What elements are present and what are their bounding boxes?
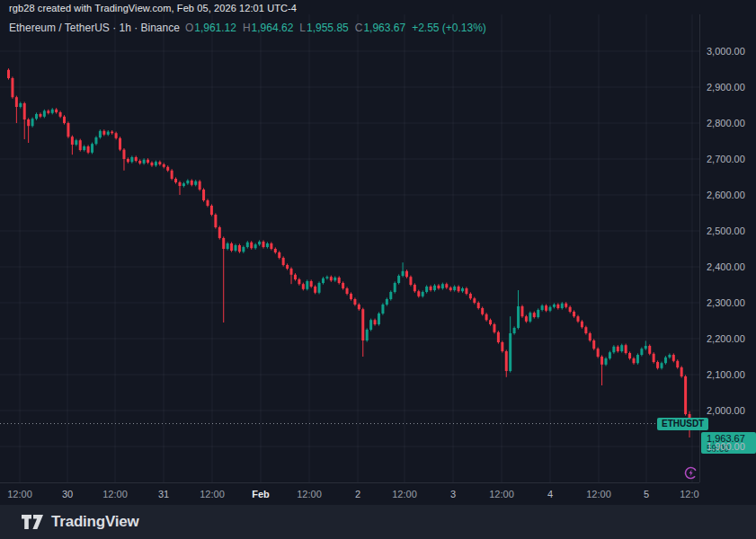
low-value: 1,955.85 <box>307 22 349 34</box>
price-tick: 2,700.00 <box>707 154 745 164</box>
price-tick: 2,100.00 <box>707 369 745 380</box>
time-tick: 12:00 <box>489 489 514 499</box>
time-tick: Feb <box>252 489 270 499</box>
candlestick-chart[interactable] <box>0 0 756 539</box>
price-tick: 2,400.00 <box>707 261 745 272</box>
time-tick: 12:00 <box>200 489 225 499</box>
price-line-symbol-badge: ETHUSDT <box>657 418 708 430</box>
close-value: 1,963.67 <box>363 22 405 34</box>
price-tick: 3,000.00 <box>707 46 745 57</box>
time-tick: 12:00 <box>297 489 322 499</box>
price-tick: 2,900.00 <box>707 82 745 93</box>
time-tick: 12:00 <box>680 489 699 499</box>
change-value: +2.55 (+0.13%) <box>412 22 486 34</box>
time-tick: 12:00 <box>586 489 611 499</box>
session-countdown-icon[interactable] <box>684 466 698 480</box>
price-axis[interactable]: 1,963.67 59:00 3,000.002,900.002,800.002… <box>699 14 756 482</box>
footer-bar: TradingView <box>0 505 756 539</box>
symbol-title[interactable]: Ethereum / TetherUS · 1h · Binance <box>9 22 180 34</box>
time-tick: 3 <box>450 489 456 499</box>
time-tick: 12:00 <box>102 489 128 499</box>
attribution-text: rgb28 created with TradingView.com, Feb … <box>9 3 297 13</box>
price-tick: 2,500.00 <box>707 225 745 236</box>
time-axis[interactable]: 12:003012:003112:00Feb12:00212:00312:004… <box>0 482 699 505</box>
time-tick: 30 <box>62 489 73 499</box>
candles <box>7 68 691 437</box>
time-tick: 4 <box>547 489 553 499</box>
open-label: O <box>185 22 193 34</box>
open-value: 1,961.12 <box>194 22 236 34</box>
time-tick: 5 <box>644 489 649 499</box>
high-label: H <box>243 22 251 34</box>
close-label: C <box>355 22 363 34</box>
time-tick: 12:00 <box>7 489 32 499</box>
price-tick: 2,000.00 <box>707 405 745 416</box>
lightning-bolt-icon <box>689 469 693 476</box>
tradingview-mark-icon <box>22 515 43 529</box>
ohlc-values: O1,961.12 H1,964.62 L1,955.85 C1,963.67 … <box>185 22 486 34</box>
tradingview-logo[interactable]: TradingView <box>22 513 139 531</box>
price-tick: 2,300.00 <box>707 297 745 308</box>
price-tick: 2,600.00 <box>707 190 745 200</box>
price-tick: 1,900.00 <box>707 441 745 452</box>
price-tick: 2,800.00 <box>707 118 745 128</box>
time-tick: 12:00 <box>392 489 417 499</box>
grid <box>0 14 699 482</box>
price-tick: 2,200.00 <box>707 333 745 344</box>
tradingview-snapshot: rgb28 created with TradingView.com, Feb … <box>0 0 756 539</box>
chart-legend: Ethereum / TetherUS · 1h · Binance O1,96… <box>9 21 486 35</box>
time-tick: 2 <box>355 489 360 499</box>
time-tick: 31 <box>158 489 169 499</box>
high-value: 1,964.62 <box>252 22 294 34</box>
low-label: L <box>299 22 306 34</box>
tradingview-wordmark: TradingView <box>51 513 139 531</box>
